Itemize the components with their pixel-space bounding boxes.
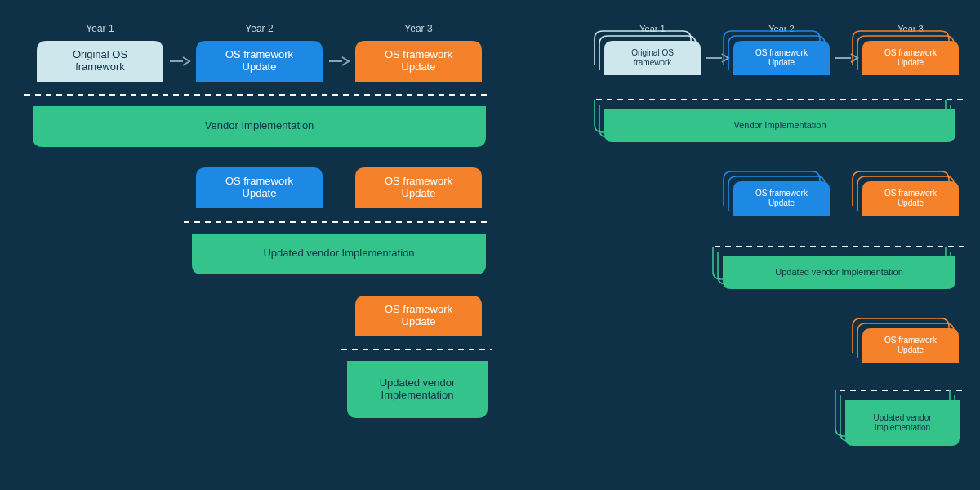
svg-text:Original OS: Original OS [73, 48, 128, 60]
right-vendor3-text: Updated vendor [873, 413, 932, 422]
svg-text:OS framework: OS framework [385, 48, 453, 60]
left-vendor1-text: Vendor Implementation [205, 119, 314, 131]
right-year1: Year 1 [639, 24, 665, 33]
svg-text:Update: Update [243, 187, 277, 199]
svg-text:OS framework: OS framework [385, 303, 453, 315]
svg-text:Original OS: Original OS [631, 48, 674, 57]
svg-text:Update: Update [402, 187, 436, 199]
right-year3: Year 3 [898, 24, 923, 33]
svg-text:Update: Update [402, 60, 436, 73]
svg-text:OS framework: OS framework [755, 189, 808, 198]
svg-text:OS framework: OS framework [884, 48, 938, 57]
left-vendor2-text: Updated vendor Implementation [263, 247, 414, 259]
svg-text:Update: Update [402, 315, 436, 327]
right-vendor2-text: Updated vendor Implementation [775, 267, 903, 277]
svg-text:Update: Update [898, 198, 924, 207]
svg-text:Update: Update [768, 58, 795, 67]
svg-text:OS framework: OS framework [225, 48, 294, 60]
svg-text:framework: framework [75, 60, 125, 73]
svg-text:Update: Update [898, 345, 924, 354]
treble-diagram: Year 1Year 2Year 3Original OSframeworkOS… [0, 0, 980, 490]
left-vendor3-text: Implementation [381, 389, 454, 401]
right-year2: Year 2 [768, 24, 794, 33]
svg-text:OS framework: OS framework [884, 336, 938, 345]
right-vendor3-text: Implementation [875, 423, 930, 432]
svg-text:OS framework: OS framework [884, 189, 938, 198]
svg-text:OS framework: OS framework [755, 48, 808, 57]
svg-text:Update: Update [243, 60, 277, 73]
left-year2: Year 2 [245, 23, 274, 34]
left-year1: Year 1 [86, 23, 114, 34]
right-vendor1-text: Vendor Implementation [733, 120, 826, 130]
svg-text:Update: Update [898, 58, 924, 67]
svg-text:OS framework: OS framework [225, 175, 294, 187]
left-vendor3-text: Updated vendor [380, 376, 456, 389]
svg-text:Update: Update [768, 198, 795, 207]
left-year3: Year 3 [404, 23, 433, 34]
svg-text:OS framework: OS framework [385, 175, 453, 187]
svg-text:framework: framework [634, 58, 673, 67]
